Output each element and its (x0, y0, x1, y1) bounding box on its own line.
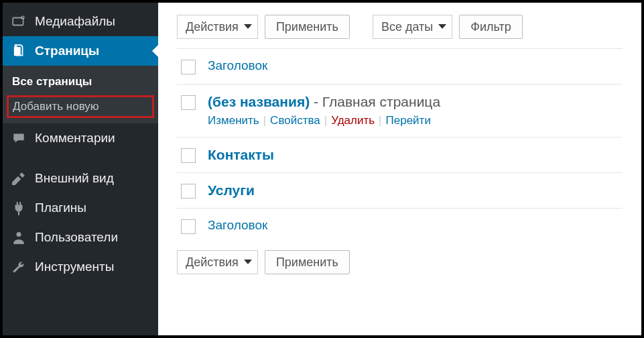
sidebar-item-label: Внешний вид (35, 171, 114, 186)
sidebar-item-plugins[interactable]: Плагины (3, 193, 158, 223)
table-header-row: Заголовок (177, 49, 623, 84)
table-row: (без названия) - Главная страница Измени… (177, 84, 623, 137)
sidebar-item-label: Комментарии (35, 131, 115, 146)
sidebar-item-tools[interactable]: Инструменты (3, 252, 158, 282)
svg-rect-3 (14, 47, 21, 56)
tools-icon (11, 259, 27, 275)
sidebar-item-comments[interactable]: Комментарии (3, 123, 158, 153)
pages-table: Заголовок (без названия) - Главная стран… (177, 48, 623, 243)
sidebar-item-label: Инструменты (35, 260, 114, 274)
caret-down-icon (244, 260, 252, 264)
sidebar-item-label: Страницы (35, 44, 99, 58)
users-icon (11, 229, 27, 245)
page-title-link[interactable]: Услуги (208, 182, 255, 198)
column-title-header[interactable]: Заголовок (208, 58, 267, 72)
sidebar-submenu-pages: Все страницы Добавить новую (3, 66, 158, 123)
appearance-icon (11, 170, 27, 186)
svg-point-4 (16, 232, 21, 237)
svg-rect-0 (13, 18, 23, 25)
comments-icon (11, 130, 27, 146)
sidebar-sub-add-new-highlight: Добавить новую (7, 95, 154, 118)
pages-icon (11, 43, 27, 59)
sidebar-item-label: Плагины (35, 201, 86, 215)
top-toolbar: Действия Применить Все даты Фильтр (177, 15, 623, 39)
row-checkbox[interactable] (181, 184, 196, 199)
plugins-icon (11, 200, 27, 216)
svg-point-2 (22, 17, 23, 18)
bulk-actions-select-bottom[interactable]: Действия (177, 250, 258, 274)
table-row: Контакты (177, 137, 623, 173)
sidebar-item-media[interactable]: Медиафайлы (3, 7, 158, 36)
sidebar-sub-add-new[interactable]: Добавить новую (13, 99, 148, 115)
bottom-toolbar: Действия Применить (177, 250, 623, 274)
column-title-footer[interactable]: Заголовок (208, 218, 267, 232)
table-row: Услуги (177, 173, 623, 209)
admin-sidebar: Медиафайлы Страницы Все страницы Добавит… (3, 3, 158, 335)
select-all-checkbox[interactable] (181, 60, 196, 74)
caret-down-icon (244, 24, 252, 29)
row-checkbox[interactable] (181, 148, 196, 163)
media-icon (11, 13, 27, 30)
bulk-actions-select[interactable]: Действия (177, 15, 258, 39)
select-all-checkbox[interactable] (181, 219, 196, 234)
apply-button[interactable]: Применить (265, 15, 350, 39)
sidebar-item-label: Пользователи (35, 230, 118, 245)
row-action-edit[interactable]: Изменить (208, 114, 259, 127)
row-action-view[interactable]: Перейти (386, 114, 431, 127)
row-checkbox[interactable] (181, 95, 196, 110)
sidebar-item-users[interactable]: Пользователи (3, 223, 158, 252)
row-action-quick[interactable]: Свойства (270, 114, 320, 127)
admin-frame: Медиафайлы Страницы Все страницы Добавит… (0, 0, 644, 338)
page-title-link[interactable]: (без названия) - Главная страница (208, 94, 440, 109)
caret-down-icon (438, 24, 446, 29)
row-actions: Изменить| Свойства| Удалить| Перейти (208, 114, 619, 127)
page-title-link[interactable]: Контакты (208, 147, 274, 162)
sidebar-item-appearance[interactable]: Внешний вид (3, 164, 158, 193)
row-action-trash[interactable]: Удалить (331, 114, 375, 127)
sidebar-item-pages[interactable]: Страницы (3, 36, 158, 66)
content-area: Действия Применить Все даты Фильтр Загол… (158, 3, 641, 335)
filter-button[interactable]: Фильтр (459, 15, 522, 39)
dates-filter-select[interactable]: Все даты (373, 15, 452, 39)
apply-button-bottom[interactable]: Применить (265, 250, 350, 274)
table-footer-row: Заголовок (177, 209, 623, 243)
sidebar-sub-all-pages[interactable]: Все страницы (3, 71, 158, 93)
sidebar-item-label: Медиафайлы (35, 14, 115, 29)
